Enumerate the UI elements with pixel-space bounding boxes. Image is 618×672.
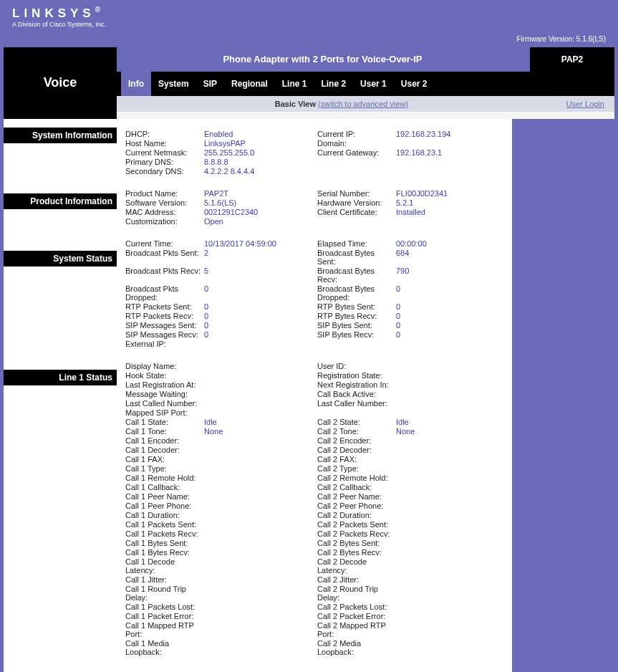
value-current-time: 10/13/2017 04:59:00: [203, 239, 316, 248]
label-sip-bytes-recv: SIP Bytes Recv:: [316, 330, 395, 339]
value-secondary-dns: 4.2.2.2 8.4.4.4: [203, 166, 316, 176]
label-hardware-version: Hardware Version:: [316, 198, 395, 207]
label-hook-state: Hook State:: [124, 370, 203, 380]
sidebar-title: Voice: [4, 47, 117, 119]
label-mapped-sip: Mapped SIP Port:: [124, 408, 203, 417]
value-c2-state: Idle: [395, 417, 505, 426]
label-reg-state: Registration State:: [316, 370, 395, 380]
label-product-name: Product Name:: [124, 188, 203, 198]
value-hardware-version: 5.2.1: [395, 198, 505, 207]
label-c1-peer-phone: Call 1 Peer Phone:: [124, 501, 203, 510]
value-bpkts-sent: 2: [203, 248, 316, 266]
label-c2-tone: Call 2 Tone:: [316, 426, 395, 436]
label-bpkts-sent: Broadcast Pkts Sent:: [124, 248, 203, 266]
value-primary-dns: 8.8.8.8: [203, 157, 316, 166]
label-mac: MAC Address:: [124, 207, 203, 216]
label-c1-mapped-rtp: Call 1 Mapped RTP Port:: [124, 620, 203, 638]
label-msg-waiting: Message Waiting:: [124, 389, 203, 398]
label-c1-encoder: Call 1 Encoder:: [124, 436, 203, 445]
label-c2-decoder: Call 2 Decoder:: [316, 445, 395, 454]
brand-text: LINKSYS: [12, 6, 95, 20]
label-user-id: User ID:: [316, 361, 395, 370]
label-last-called: Last Called Number:: [124, 398, 203, 408]
label-dhcp: DHCP:: [124, 129, 203, 138]
section-system-status: System Status: [4, 251, 117, 267]
value-sip-bytes-sent: 0: [395, 320, 505, 330]
tab-info[interactable]: Info: [121, 72, 151, 96]
label-c2-pkts-lost: Call 2 Packets Lost:: [316, 602, 395, 611]
label-host: Host Name:: [124, 138, 203, 148]
label-c1-jitter: Call 1 Jitter:: [124, 575, 203, 584]
label-c2-bytes-recv: Call 2 Bytes Recv:: [316, 547, 395, 557]
value-customization: Open: [203, 216, 316, 226]
table-sysstatus: Current Time:10/13/2017 04:59:00Elapsed …: [124, 239, 505, 348]
label-current-ip: Current IP:: [316, 129, 395, 138]
value-last-reg: [203, 380, 316, 389]
value-rtp-bytes-recv: 0: [395, 311, 505, 320]
value-last-caller: [395, 398, 505, 408]
value-dhcp: Enabled: [203, 129, 316, 138]
label-c1-state: Call 1 State:: [124, 417, 203, 426]
value-host: LinksysPAP: [203, 138, 316, 148]
content-area: DHCP:EnabledCurrent IP:192.168.23.194 Ho…: [117, 119, 514, 672]
value-elapsed-time: 00:00:00: [395, 239, 505, 248]
value-bbytes-sent: 684: [395, 248, 505, 266]
label-bbytes-dropped: Broadcast Bytes Dropped:: [316, 284, 395, 302]
label-c2-peer-phone: Call 2 Peer Phone:: [316, 501, 395, 510]
label-c1-fax: Call 1 FAX:: [124, 454, 203, 464]
value-rtp-bytes-sent: 0: [395, 302, 505, 311]
tab-user1[interactable]: User 1: [353, 72, 394, 96]
label-gateway: Current Gateway:: [316, 148, 395, 157]
user-login-link[interactable]: User Login: [566, 100, 604, 108]
tab-user2[interactable]: User 2: [394, 72, 435, 96]
label-c2-mapped-rtp: Call 2 Mapped RTP Port:: [316, 620, 395, 638]
label-c1-bytes-recv: Call 1 Bytes Recv:: [124, 547, 203, 557]
value-sip-msgs-recv: 0: [203, 330, 316, 339]
label-c1-decode-lat: Call 1 Decode Latency:: [124, 557, 203, 575]
value-domain: [395, 138, 505, 148]
tab-system[interactable]: System: [151, 72, 196, 96]
value-c2-tone: None: [395, 426, 505, 436]
label-next-reg: Next Registration In:: [316, 380, 395, 389]
value-bbytes-recv: 790: [395, 266, 505, 284]
section-line1-status: Line 1 Status: [4, 370, 117, 385]
value-display-name: [203, 361, 316, 370]
label-serial: Serial Number:: [316, 188, 395, 198]
label-c2-fax: Call 2 FAX:: [316, 454, 395, 464]
label-external-ip: External IP:: [124, 339, 203, 348]
view-bar: Basic View (switch to advanced view) Use…: [117, 96, 614, 112]
table-line1: Display Name:User ID: Hook State:Registr…: [124, 361, 505, 656]
value-sip-bytes-recv: 0: [395, 330, 505, 339]
value-rtp-pkts-recv: 0: [203, 311, 316, 320]
label-netmask: Current Netmask:: [124, 148, 203, 157]
label-primary-dns: Primary DNS:: [124, 157, 203, 166]
value-mapped-sip: [203, 408, 316, 417]
label-c1-decoder: Call 1 Decoder:: [124, 445, 203, 454]
label-c2-encoder: Call 2 Encoder:: [316, 436, 395, 445]
basic-view-label: Basic View: [275, 100, 316, 108]
label-c1-pkts-lost: Call 1 Packets Lost:: [124, 602, 203, 611]
value-c1-state: Idle: [203, 417, 316, 426]
label-c2-bytes-sent: Call 2 Bytes Sent:: [316, 538, 395, 547]
label-call-back: Call Back Active:: [316, 389, 395, 398]
value-user-id: [395, 361, 505, 370]
value-bpkts-dropped: 0: [203, 284, 316, 302]
switch-advanced-link[interactable]: (switch to advanced view): [318, 100, 408, 108]
header-bar: LINKSYS® A Division of Cisco Systems, In…: [4, 0, 614, 47]
label-c2-media-loop: Call 2 Media Loopback:: [316, 638, 395, 656]
value-next-reg: [395, 380, 505, 389]
value-product-name: PAP2T: [203, 188, 316, 198]
value-software-version: 5.1.6(LS): [203, 198, 316, 207]
tab-regional[interactable]: Regional: [224, 72, 275, 96]
label-sip-msgs-sent: SIP Messages Sent:: [124, 320, 203, 330]
tab-sip[interactable]: SIP: [196, 72, 224, 96]
tab-line1[interactable]: Line 1: [275, 72, 314, 96]
value-serial: FLI00J0D2341: [395, 188, 505, 198]
label-c1-callback: Call 1 Callback:: [124, 482, 203, 491]
label-c1-duration: Call 1 Duration:: [124, 510, 203, 519]
label-rtp-bytes-sent: RTP Bytes Sent:: [316, 302, 395, 311]
tab-line2[interactable]: Line 2: [314, 72, 353, 96]
value-bpkts-recv: 5: [203, 266, 316, 284]
label-c1-bytes-sent: Call 1 Bytes Sent:: [124, 538, 203, 547]
label-last-caller: Last Caller Number:: [316, 398, 395, 408]
